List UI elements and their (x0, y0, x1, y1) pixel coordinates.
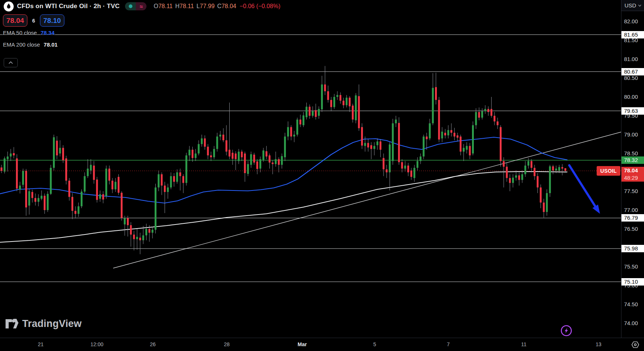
candle (84, 176, 85, 192)
candle (300, 119, 301, 124)
candle (380, 141, 381, 149)
candle (493, 116, 495, 121)
buy-button[interactable]: 78.10 (40, 14, 64, 27)
candle (564, 168, 566, 171)
candle (303, 115, 304, 125)
candle (352, 105, 354, 119)
collapse-legend-button[interactable] (4, 58, 18, 67)
candle (318, 109, 320, 116)
price-tick-79.00: 79.00 (621, 131, 644, 138)
candle (210, 155, 212, 157)
price-tick-76.50: 76.50 (621, 225, 644, 233)
price-tick-80.50: 80.50 (621, 74, 644, 82)
candle (432, 88, 434, 124)
candle (558, 167, 560, 171)
candle (189, 150, 190, 155)
candle (222, 135, 224, 140)
candle (133, 234, 135, 239)
candle (68, 180, 70, 197)
market-status-pills[interactable]: ≈ (125, 2, 146, 10)
oil-drop-icon (4, 1, 14, 11)
candle (192, 150, 193, 158)
candle (71, 197, 73, 211)
candle (170, 176, 172, 188)
bid-ask-panel: 78.04 6 78.10 (3, 14, 64, 27)
indicator-row[interactable]: EMA 200 close78.01 (3, 41, 58, 48)
candle (395, 119, 397, 123)
candle (484, 109, 486, 111)
candle (324, 84, 326, 91)
candle (259, 159, 261, 169)
price-tick-81.00: 81.00 (621, 55, 644, 63)
candle (139, 237, 141, 240)
candle (340, 95, 341, 101)
candle (238, 152, 240, 161)
candle (142, 235, 144, 240)
candle (287, 127, 289, 137)
chart-plot-area[interactable]: USOIL (0, 0, 621, 338)
candle (490, 109, 492, 116)
candlestick-chart[interactable] (0, 0, 621, 338)
indicator-value: 78.34 (41, 30, 55, 36)
candle (182, 176, 184, 183)
candle (327, 91, 329, 100)
indicator-row[interactable]: EMA 50 close78.34 (3, 30, 54, 36)
ohlc-item: O78.11 (154, 3, 172, 10)
candle (13, 153, 15, 155)
price-tick-75.10: 75.10 (621, 278, 644, 286)
candle (19, 186, 21, 190)
candle (478, 112, 480, 118)
candle (121, 193, 122, 218)
candle (4, 158, 6, 172)
candle (506, 167, 508, 178)
currency-selector[interactable]: USD (621, 0, 644, 11)
ema-50-line[interactable] (0, 137, 567, 203)
signal-arrow-head[interactable] (593, 205, 600, 214)
candle (306, 107, 307, 118)
candle (509, 178, 511, 183)
candle (167, 188, 169, 192)
candle (469, 146, 471, 156)
indicator-value: 78.01 (44, 41, 58, 48)
candle (269, 155, 270, 162)
price-tick-77.50: 77.50 (621, 188, 644, 195)
axis-settings-button[interactable] (630, 341, 640, 349)
candle (44, 196, 45, 210)
candle (226, 140, 227, 152)
candle (22, 171, 24, 185)
candle (398, 123, 400, 162)
candle (213, 149, 215, 157)
candle (195, 153, 196, 158)
candle (345, 98, 347, 105)
candle (37, 198, 39, 202)
price-axis[interactable]: USD 82.0081.5081.0080.5080.0079.5079.007… (621, 0, 644, 338)
candle (414, 168, 415, 178)
price-tick-77.00: 77.00 (621, 206, 644, 214)
candle (355, 95, 357, 120)
candle (537, 176, 539, 188)
candle (518, 175, 520, 180)
candle (404, 166, 406, 169)
candle (81, 192, 82, 206)
candle (503, 161, 505, 166)
candle (367, 143, 369, 147)
candle (78, 206, 80, 214)
candle (278, 159, 280, 165)
candle (417, 161, 418, 168)
watermark-label: TradingView (22, 318, 82, 330)
tradingview-watermark[interactable]: TradingView (5, 318, 82, 330)
candle (7, 156, 9, 159)
time-tick-12:00: 12:00 (90, 341, 103, 347)
time-axis[interactable]: 2112:002628Mar571113 (0, 338, 644, 351)
candle (481, 111, 483, 118)
quick-trade-lightning-button[interactable] (560, 325, 572, 337)
candle (358, 96, 360, 128)
signal-arrow-line[interactable] (569, 165, 596, 208)
price-tick-76.79: 76.79 (621, 214, 644, 222)
candle (34, 198, 36, 202)
candle (549, 166, 551, 193)
symbol-title[interactable]: CFDs on WTI Crude Oil · 2h · TVC (17, 3, 119, 10)
candle (321, 84, 323, 109)
sell-button[interactable]: 78.04 (3, 14, 27, 27)
chevron-down-icon (638, 4, 641, 7)
